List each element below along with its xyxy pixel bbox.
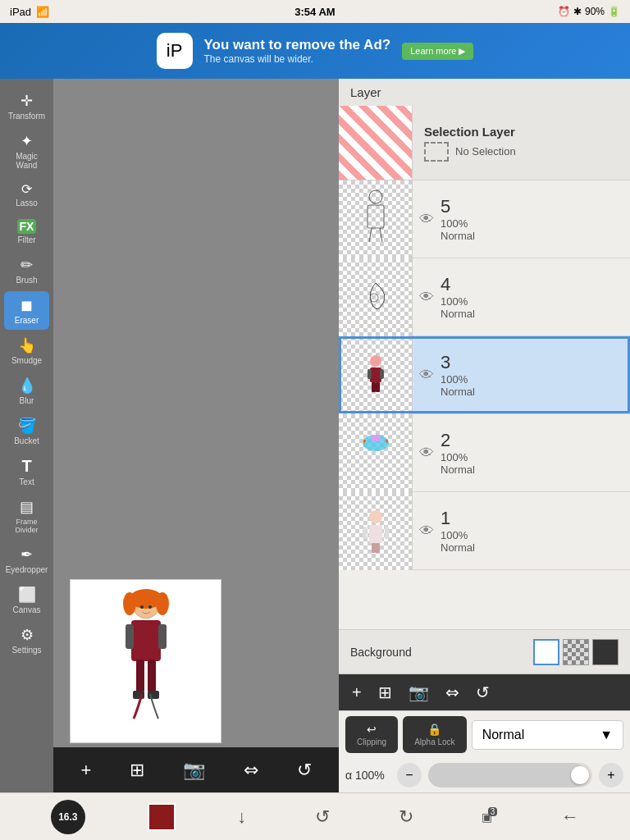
add-layer-toolbar: + ⊞ 📷 ⇔ ↺: [339, 674, 630, 710]
layer-1-thumb: [339, 492, 413, 570]
battery-label: 90%: [585, 6, 605, 17]
selection-layer-row[interactable]: Selection Layer No Selection: [339, 106, 630, 180]
bg-swatch-white[interactable]: [533, 639, 559, 665]
layer-row-1[interactable]: 👁 1 100% Normal: [339, 492, 630, 570]
ad-banner: iP You want to remove the Ad? The canvas…: [0, 23, 630, 79]
layer-3-visibility[interactable]: 👁: [419, 367, 434, 384]
brush-size-tool-button[interactable]: 16.3: [44, 793, 92, 841]
background-label: Background: [350, 646, 525, 659]
background-swatches: [533, 639, 619, 665]
bg-swatch-transparent[interactable]: [563, 639, 589, 665]
smudge-label: Smudge: [11, 356, 42, 365]
add-group-button[interactable]: ⊞: [373, 679, 397, 705]
layer-5-mode: Normal: [441, 230, 630, 242]
app-area: ✛ Transform ✦ Magic Wand ⟳ Lasso FX Filt…: [0, 79, 630, 792]
opacity-decrease-button[interactable]: −: [397, 763, 422, 788]
layer-1-mode: Normal: [441, 541, 630, 554]
bg-swatch-black[interactable]: [592, 639, 619, 665]
frame-divider-label: Frame Divider: [7, 518, 46, 534]
eyedropper-icon: ✒: [21, 546, 33, 564]
ad-learn-more-button[interactable]: Learn more ▶: [402, 43, 473, 60]
alpha-lock-button[interactable]: 🔒 Alpha Lock: [403, 716, 466, 753]
tool-smudge[interactable]: 👆 Smudge: [4, 331, 49, 370]
add-frame-button[interactable]: ⊞: [125, 755, 149, 786]
camera-button[interactable]: 📷: [178, 755, 210, 786]
undo-button[interactable]: ↺: [308, 800, 336, 834]
layer-2-content: [351, 422, 400, 484]
opacity-label: α 100%: [345, 769, 390, 782]
opacity-increase-button[interactable]: +: [599, 763, 623, 788]
brush-size-value: 16.3: [58, 811, 77, 823]
opacity-row: α 100% − +: [339, 758, 630, 792]
svg-rect-27: [369, 525, 382, 543]
tool-text[interactable]: T Text: [4, 452, 49, 491]
layer-4-visibility[interactable]: 👁: [419, 289, 434, 306]
layers-panel-header: Layer: [339, 79, 630, 106]
layer-row-3[interactable]: 👁 3 100% Normal: [339, 336, 630, 414]
tool-blur[interactable]: 💧 Blur: [4, 372, 49, 410]
brush-label: Brush: [16, 276, 37, 285]
svg-rect-8: [158, 624, 167, 649]
chevron-down-icon: ▼: [600, 728, 613, 742]
tool-brush[interactable]: ✏ Brush: [4, 251, 49, 290]
layer-4-thumb: [339, 258, 413, 336]
nav-down-button[interactable]: ↓: [231, 800, 253, 834]
tool-frame-divider[interactable]: ▤ Frame Divider: [4, 493, 49, 539]
merge-button[interactable]: ⇔: [441, 679, 464, 705]
blend-mode-select[interactable]: Normal ▼: [472, 720, 623, 750]
layer-row-2[interactable]: 👁 2 100% Normal: [339, 414, 630, 492]
svg-line-15: [369, 228, 372, 242]
back-button[interactable]: ←: [555, 800, 586, 834]
layer-2-opacity: 100%: [441, 451, 630, 463]
more-options-button[interactable]: ↺: [471, 679, 495, 705]
tool-filter[interactable]: FX Filter: [4, 214, 49, 249]
color-swatch-button[interactable]: [148, 803, 176, 831]
import-image-button[interactable]: 📷: [404, 679, 434, 705]
wifi-icon: 📶: [36, 6, 49, 18]
flip-button[interactable]: ⇔: [239, 755, 263, 786]
layer-count-button[interactable]: ▣ 3: [475, 804, 499, 830]
svg-rect-31: [385, 527, 389, 539]
layer-row-5[interactable]: 👁 5 100% Normal: [339, 180, 630, 258]
canvas-area[interactable]: + ⊞ 📷 ⇔ ↺: [53, 79, 339, 792]
layer-2-visibility[interactable]: 👁: [419, 445, 434, 462]
rotate-button[interactable]: ↺: [292, 755, 317, 786]
ad-logo-text: iP: [167, 40, 183, 62]
ad-logo: iP: [157, 33, 193, 69]
selection-rect-icon: [424, 142, 449, 162]
tool-lasso[interactable]: ⟳ Lasso: [4, 176, 49, 212]
tool-settings[interactable]: ⚙ Settings: [4, 621, 49, 660]
alpha-lock-label: Alpha Lock: [414, 737, 454, 746]
eyedropper-label: Eyedropper: [6, 565, 48, 574]
add-layer-button[interactable]: +: [75, 755, 96, 786]
brush-icon: ✏: [21, 256, 33, 274]
selection-thumb-pattern: [339, 106, 412, 180]
layer-1-info: 1 100% Normal: [441, 501, 630, 560]
filter-icon: FX: [17, 219, 37, 234]
battery-icon: 🔋: [608, 6, 620, 17]
layer-3-mode: Normal: [441, 386, 630, 398]
left-toolbar: ✛ Transform ✦ Magic Wand ⟳ Lasso FX Filt…: [0, 79, 53, 792]
layer-1-visibility[interactable]: 👁: [419, 523, 434, 540]
layer-panel-title: Layer: [350, 85, 381, 99]
layer-5-visibility[interactable]: 👁: [419, 211, 434, 228]
text-label: Text: [19, 477, 34, 486]
tool-eraser[interactable]: ◼ Eraser: [4, 291, 49, 330]
transform-icon: ✛: [21, 92, 33, 110]
redo-button[interactable]: ↻: [392, 800, 420, 834]
tool-canvas[interactable]: ⬜ Canvas: [4, 581, 49, 619]
svg-rect-10: [148, 660, 156, 692]
layer-row-4[interactable]: 👁 4 100% Normal: [339, 258, 630, 336]
tool-transform[interactable]: ✛ Transform: [4, 87, 49, 126]
tool-bucket[interactable]: 🪣 Bucket: [4, 412, 49, 450]
tool-magic-wand[interactable]: ✦ Magic Wand: [4, 127, 49, 175]
layers-list: 👁 5 100% Normal: [339, 180, 630, 629]
clipping-button[interactable]: ↩ Clipping: [345, 716, 398, 753]
tool-eyedropper[interactable]: ✒ Eyedropper: [4, 541, 49, 579]
svg-rect-23: [376, 382, 380, 392]
add-new-layer-button[interactable]: +: [347, 680, 367, 705]
opacity-slider[interactable]: [428, 763, 592, 788]
layer-5-number: 5: [441, 196, 630, 217]
svg-line-16: [380, 228, 382, 242]
opacity-thumb[interactable]: [571, 766, 589, 784]
